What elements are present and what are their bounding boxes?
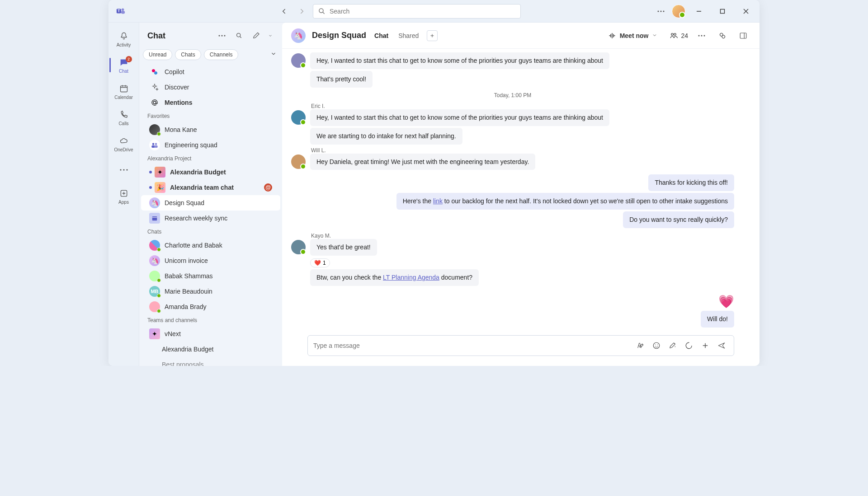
list-label: Babak Shammas: [165, 272, 272, 280]
list-search-button[interactable]: [232, 29, 246, 42]
window-close-button[interactable]: [736, 4, 756, 19]
sender-avatar: [291, 53, 306, 68]
search-icon: [318, 7, 326, 15]
list-item[interactable]: ✦ Alexandria Budget: [141, 164, 280, 180]
svg-point-31: [655, 345, 656, 346]
svg-point-17: [237, 33, 241, 37]
list-item[interactable]: 🎉 Alexandria team chat @: [141, 180, 280, 195]
list-item[interactable]: Babak Shammas: [141, 268, 280, 284]
list-label: vNext: [165, 330, 272, 337]
meet-now-button[interactable]: Meet now: [603, 28, 663, 43]
room-title: Design Squad: [312, 31, 366, 40]
channel-icon: ✦: [155, 167, 165, 178]
format-button[interactable]: [633, 339, 647, 352]
emoji-button[interactable]: [650, 339, 663, 352]
chat-badge: 2: [126, 56, 132, 62]
people-button[interactable]: 24: [669, 32, 688, 40]
send-button[interactable]: [715, 339, 728, 352]
nav-forward-button[interactable]: [295, 4, 309, 19]
search-box[interactable]: [313, 4, 521, 19]
nav-copilot[interactable]: Copilot: [141, 64, 280, 80]
group-avatar: [149, 240, 160, 251]
svg-point-2: [122, 8, 124, 10]
ai-rewrite-button[interactable]: [666, 339, 679, 352]
rail-calendar[interactable]: Calendar: [109, 79, 138, 104]
team-icon: ✦: [149, 328, 160, 339]
header-more-button[interactable]: [694, 28, 709, 43]
tab-chat[interactable]: Chat: [373, 30, 390, 41]
list-label: Alexandria Budget: [162, 346, 272, 353]
unread-dot-icon: [149, 186, 152, 189]
section-teams: Teams and channels: [139, 314, 282, 326]
team-icon: [149, 140, 160, 150]
compose-input[interactable]: [313, 342, 631, 349]
new-chat-chevron[interactable]: [267, 29, 274, 42]
sender-avatar: [291, 154, 306, 169]
sender-avatar: [291, 110, 306, 125]
list-item[interactable]: MB Marie Beaudouin: [141, 284, 280, 299]
svg-rect-9: [120, 86, 127, 92]
list-item[interactable]: Mona Kane: [141, 122, 280, 137]
copilot-button[interactable]: [715, 28, 730, 43]
sparkle-icon: [149, 82, 160, 93]
messages-scroll[interactable]: Hey, I wanted to start this chat to get …: [282, 49, 760, 335]
channel-icon: 🦄: [149, 197, 160, 208]
message-bubble: Hey, I wanted to start this chat to get …: [310, 109, 609, 126]
add-attachment-button[interactable]: [698, 339, 712, 352]
reaction-heart[interactable]: ❤️1: [310, 258, 330, 267]
filter-chevron[interactable]: [269, 49, 278, 61]
rail-label: Chat: [119, 69, 128, 74]
section-favorites: Favorites: [139, 110, 282, 122]
svg-point-15: [222, 35, 223, 37]
new-chat-button[interactable]: [250, 29, 263, 42]
rail-chat[interactable]: 2 Chat: [109, 52, 138, 78]
filter-chats[interactable]: Chats: [175, 49, 201, 60]
filter-channels[interactable]: Channels: [204, 49, 239, 60]
rail-onedrive[interactable]: OneDrive: [109, 131, 138, 156]
list-item[interactable]: ✦ vNext: [141, 326, 280, 342]
window-maximize-button[interactable]: [712, 4, 732, 19]
nav-back-button[interactable]: [277, 4, 291, 19]
tab-shared[interactable]: Shared: [396, 30, 420, 41]
svg-point-11: [123, 169, 124, 170]
rail-apps[interactable]: Apps: [109, 183, 138, 209]
svg-point-16: [224, 35, 226, 37]
rail-calls[interactable]: Calls: [109, 105, 138, 130]
list-item[interactable]: 🦄 Unicorn invoice: [141, 253, 280, 268]
list-item[interactable]: Engineering squad: [141, 137, 280, 153]
list-item[interactable]: Research weekly sync: [141, 211, 280, 226]
add-tab-button[interactable]: [427, 30, 438, 41]
my-message-bubble: Will do!: [701, 311, 734, 328]
list-item[interactable]: Best proposals: [141, 357, 280, 366]
loop-button[interactable]: [682, 339, 696, 352]
compose-box[interactable]: [307, 335, 734, 356]
list-item-selected[interactable]: 🦄 Design Squad: [141, 195, 280, 211]
current-user-avatar[interactable]: [672, 5, 685, 18]
list-item[interactable]: Alexandria Budget: [141, 342, 280, 357]
room-avatar: 🦄: [291, 28, 306, 43]
list-label: Marie Beaudouin: [165, 288, 272, 295]
window-minimize-button[interactable]: [689, 4, 709, 19]
rail-activity[interactable]: Activity: [109, 26, 138, 51]
titlebar-more-button[interactable]: [654, 4, 668, 19]
nav-discover[interactable]: Discover: [141, 80, 280, 95]
backlog-link[interactable]: link: [433, 197, 443, 205]
person-avatar: [149, 271, 160, 281]
person-avatar: [149, 124, 160, 135]
svg-point-5: [658, 10, 659, 12]
list-more-button[interactable]: [215, 29, 229, 42]
chat-header: 🦄 Design Squad Chat Shared Meet now 24: [282, 23, 760, 49]
lt-agenda-link[interactable]: LT Planning Agenda: [383, 274, 439, 281]
sender-avatar: [291, 240, 306, 254]
list-item[interactable]: Amanda Brady: [141, 299, 280, 314]
filter-unread[interactable]: Unread: [143, 49, 172, 60]
list-label: Engineering squad: [165, 141, 272, 149]
section-chats: Chats: [139, 226, 282, 238]
nav-mentions[interactable]: Mentions: [141, 95, 280, 110]
rail-more[interactable]: [109, 157, 138, 182]
list-item[interactable]: Charlotte and Babak: [141, 238, 280, 253]
open-pane-button[interactable]: [736, 28, 750, 43]
search-input[interactable]: [330, 8, 516, 15]
person-avatar: [149, 301, 160, 312]
chat-list-scroll[interactable]: Copilot Discover Mentions Favorites Mona…: [139, 64, 282, 366]
